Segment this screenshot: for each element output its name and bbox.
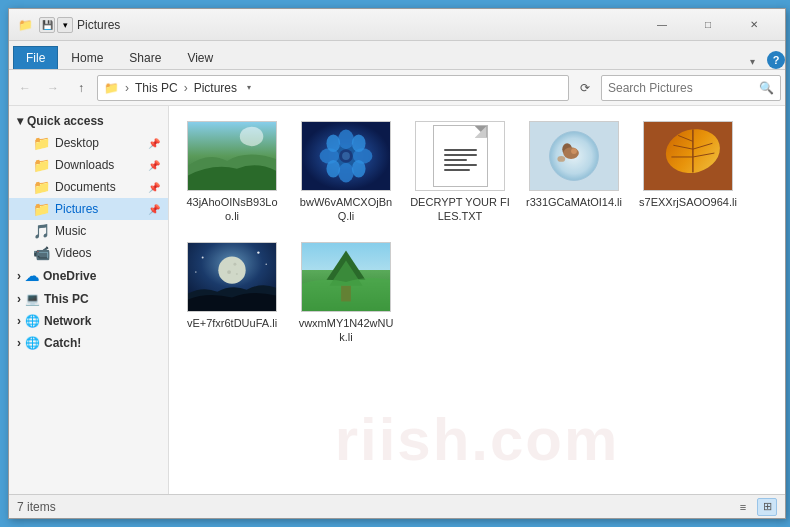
svg-point-18 [571,148,577,154]
view-controls: ≡ ⊞ [733,498,777,516]
svg-point-13 [342,152,350,160]
ribbon: File Home Share View ▾ ? [9,41,785,70]
forward-button[interactable]: → [41,76,65,100]
up-button[interactable]: ↑ [69,76,93,100]
grid-view-button[interactable]: ⊞ [757,498,777,516]
list-item[interactable]: bwW6vAMCXOjBnQ.li [291,114,401,231]
svg-point-29 [218,256,245,283]
sidebar-section-quick-access[interactable]: ▾ Quick access [9,110,168,132]
svg-point-31 [233,262,236,265]
title-bar: 📁 💾 ▾ Pictures — □ ✕ [9,9,785,41]
arrow-qs-btn[interactable]: ▾ [57,17,73,33]
music-icon: 🎵 [33,223,49,239]
breadcrumb-pictures[interactable]: Pictures [194,81,237,95]
pin-icon-pictures: 📌 [148,204,160,215]
onedrive-chevron: › [17,269,21,283]
sidebar-documents-label: Documents [55,180,116,194]
file-name: s7EXXrjSAOO964.li [639,195,737,209]
file-name: vwxmMY1N42wNUk.li [296,316,396,345]
search-box[interactable]: 🔍 [601,75,781,101]
onedrive-cloud-icon: ☁ [25,268,39,284]
sidebar-pictures-label: Pictures [55,202,98,216]
file-thumbnail [529,121,619,191]
list-item[interactable]: s7EXXrjSAOO964.li [633,114,743,231]
maximize-button[interactable]: □ [685,9,731,41]
sidebar-item-desktop[interactable]: 📁 Desktop 📌 [9,132,168,154]
svg-point-17 [563,147,579,159]
sidebar-item-downloads[interactable]: 📁 Downloads 📌 [9,154,168,176]
refresh-button[interactable]: ⟳ [573,76,597,100]
sidebar-quick-access-label: Quick access [27,114,104,128]
desktop-icon: 📁 [33,135,49,151]
tab-view[interactable]: View [174,46,226,69]
svg-point-4 [338,130,354,150]
sidebar-network-label: Network [44,314,91,328]
sidebar-catch-label: Catch! [44,336,81,350]
svg-point-5 [338,163,354,183]
svg-point-33 [202,256,204,258]
network-icon: 🌐 [25,314,40,328]
sidebar-music-label: Music [55,224,86,238]
thispc-icon: 💻 [25,292,40,306]
list-view-button[interactable]: ≡ [733,498,753,516]
pictures-icon: 📁 [33,201,49,217]
search-icon[interactable]: 🔍 [759,81,774,95]
files-grid: 43jAhoOINsB93Loo.li [177,114,777,351]
sidebar-item-music[interactable]: 🎵 Music [9,220,168,242]
minimize-button[interactable]: — [639,9,685,41]
tab-home[interactable]: Home [58,46,116,69]
downloads-icon: 📁 [33,157,49,173]
file-name: vE+7fxr6tDUuFA.li [187,316,277,330]
documents-icon: 📁 [33,179,49,195]
file-thumbnail [643,121,733,191]
sidebar-desktop-label: Desktop [55,136,99,150]
file-name: r331GCaMAtOI14.li [526,195,622,209]
network-chevron: › [17,314,21,328]
watermark: riish.com [335,405,620,474]
item-count: 7 items [17,500,56,514]
svg-point-9 [352,134,366,152]
save-qs-btn[interactable]: 💾 [39,17,55,33]
pin-icon-downloads: 📌 [148,160,160,171]
help-button[interactable]: ? [767,51,785,69]
sidebar-item-pictures[interactable]: 📁 Pictures 📌 [9,198,168,220]
breadcrumb-thispc[interactable]: This PC [135,81,178,95]
ribbon-tabs: File Home Share View ▾ ? [9,41,785,69]
list-item[interactable]: vE+7fxr6tDUuFA.li [177,235,287,352]
file-thumbnail [415,121,505,191]
sidebar-downloads-label: Downloads [55,158,114,172]
svg-point-8 [326,134,340,152]
address-bar[interactable]: 📁 › This PC › Pictures ▾ [97,75,569,101]
svg-point-1 [240,127,263,147]
window-controls: — □ ✕ [639,9,777,41]
sidebar-item-videos[interactable]: 📹 Videos [9,242,168,264]
file-thumbnail [187,121,277,191]
tab-file[interactable]: File [13,46,58,69]
videos-icon: 📹 [33,245,49,261]
list-item[interactable]: DECRYPT YOUR FILES.TXT [405,114,515,231]
sidebar-section-thispc[interactable]: › 💻 This PC [9,288,168,310]
svg-point-19 [557,156,565,162]
quick-access-chevron: ▾ [17,114,23,128]
list-item[interactable]: r331GCaMAtOI14.li [519,114,629,231]
address-dropdown-icon[interactable]: ▾ [241,83,257,92]
thispc-chevron: › [17,292,21,306]
file-explorer-window: 📁 💾 ▾ Pictures — □ ✕ File Home Share Vie… [8,8,786,519]
quick-save-buttons: 💾 ▾ [39,17,73,33]
sidebar-item-documents[interactable]: 📁 Documents 📌 [9,176,168,198]
search-input[interactable] [608,81,755,95]
file-name: bwW6vAMCXOjBnQ.li [296,195,396,224]
ribbon-collapse-btn[interactable]: ▾ [742,54,763,69]
file-thumbnail [301,121,391,191]
back-button[interactable]: ← [13,76,37,100]
tab-share[interactable]: Share [116,46,174,69]
file-area: riish.com 43jAhoOINsB93Loo.li [169,106,785,494]
file-thumbnail [187,242,277,312]
list-item[interactable]: 43jAhoOINsB93Loo.li [177,114,287,231]
svg-point-35 [265,263,267,265]
close-button[interactable]: ✕ [731,9,777,41]
sidebar-section-catch[interactable]: › 🌐 Catch! [9,332,168,354]
sidebar-section-network[interactable]: › 🌐 Network [9,310,168,332]
list-item[interactable]: vwxmMY1N42wNUk.li [291,235,401,352]
sidebar-section-onedrive[interactable]: › ☁ OneDrive [9,264,168,288]
